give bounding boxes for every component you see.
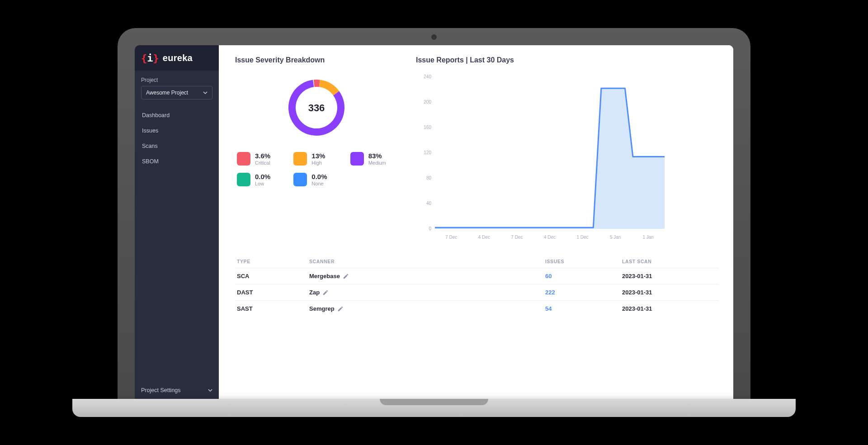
legend-item-high: 13%High — [293, 152, 341, 166]
svg-text:160: 160 — [424, 125, 431, 130]
svg-text:5 Jan: 5 Jan — [610, 235, 621, 240]
table-row: SCAMergebase602023-01-31 — [235, 268, 719, 284]
legend-name: None — [311, 181, 327, 186]
main-content: Issue Severity Breakdown 336 3.6%Critica… — [219, 45, 733, 399]
svg-text:0: 0 — [429, 226, 431, 231]
laptop-frame: {i} eureka Project Awesome Project Dashb… — [72, 28, 796, 417]
legend-item-low: 0.0%Low — [237, 173, 284, 186]
legend-swatch — [293, 152, 307, 166]
table-row: DASTZap2222023-01-31 — [235, 284, 719, 300]
svg-text:240: 240 — [424, 74, 431, 79]
logo-icon: {i} — [141, 52, 159, 64]
legend-swatch — [350, 152, 364, 166]
svg-text:200: 200 — [424, 99, 431, 104]
cell-lastscan: 2023-01-31 — [622, 273, 717, 279]
legend-pct: 3.6% — [255, 152, 270, 160]
svg-text:7 Dec: 7 Dec — [511, 235, 523, 240]
legend-swatch — [293, 173, 307, 186]
project-select[interactable]: Awesome Project — [141, 86, 212, 99]
cell-scanner: Mergebase — [309, 273, 545, 279]
table-header: TYPE SCANNER ISSUES LAST SCAN — [235, 259, 719, 268]
svg-text:120: 120 — [424, 150, 431, 155]
cell-issues[interactable]: 222 — [545, 289, 622, 296]
cell-lastscan: 2023-01-31 — [622, 289, 717, 296]
legend-item-medium: 83%Medium — [350, 152, 398, 166]
sidebar-nav: Dashboard Issues Scans SBOM — [135, 108, 219, 169]
svg-text:1 Jan: 1 Jan — [642, 235, 653, 240]
legend-name: High — [311, 160, 325, 166]
legend-name: Low — [255, 181, 270, 186]
svg-text:40: 40 — [426, 201, 432, 206]
col-issues: ISSUES — [545, 259, 622, 264]
cell-issues[interactable]: 60 — [545, 273, 622, 279]
logo: {i} eureka — [135, 45, 219, 71]
reports-title: Issue Reports | Last 30 Days — [416, 56, 719, 64]
sidebar-item-dashboard[interactable]: Dashboard — [135, 108, 219, 123]
sidebar: {i} eureka Project Awesome Project Dashb… — [135, 45, 219, 399]
svg-text:1 Dec: 1 Dec — [577, 235, 589, 240]
svg-text:4 Dec: 4 Dec — [478, 235, 490, 240]
cell-type: DAST — [237, 289, 309, 296]
cell-issues[interactable]: 54 — [545, 305, 622, 312]
svg-text:4 Dec: 4 Dec — [544, 235, 556, 240]
col-lastscan: LAST SCAN — [622, 259, 717, 264]
legend-pct: 0.0% — [255, 173, 270, 180]
legend-item-none: 0.0%None — [293, 173, 341, 186]
scanner-table: TYPE SCANNER ISSUES LAST SCAN SCAMergeba… — [235, 259, 719, 317]
cell-type: SAST — [237, 305, 309, 312]
legend-swatch — [237, 152, 250, 166]
sidebar-item-project-settings[interactable]: Project Settings — [135, 382, 219, 399]
donut-slice-high — [319, 80, 339, 95]
issue-reports-chart: 040801201602002407 Dec4 Dec7 Dec4 Dec1 D… — [416, 72, 669, 244]
col-type: TYPE — [237, 259, 309, 264]
severity-donut-chart: 336 — [281, 72, 352, 143]
chart-area — [435, 88, 665, 229]
cell-scanner: Semgrep — [309, 305, 545, 312]
legend-name: Medium — [368, 160, 386, 166]
laptop-base — [72, 399, 796, 417]
chevron-down-icon — [208, 388, 212, 393]
chevron-down-icon — [203, 90, 208, 95]
sidebar-item-issues[interactable]: Issues — [135, 123, 219, 138]
app-root: {i} eureka Project Awesome Project Dashb… — [135, 45, 733, 399]
sidebar-item-sbom[interactable]: SBOM — [135, 154, 219, 169]
svg-text:80: 80 — [426, 175, 432, 180]
logo-text: eureka — [163, 53, 193, 63]
legend-item-critical: 3.6%Critical — [237, 152, 284, 166]
reports-panel: Issue Reports | Last 30 Days 04080120160… — [416, 56, 719, 246]
edit-icon[interactable] — [343, 273, 349, 279]
edit-icon[interactable] — [337, 306, 344, 312]
legend-name: Critical — [255, 160, 270, 166]
project-selected-value: Awesome Project — [146, 90, 188, 96]
severity-panel: Issue Severity Breakdown 336 3.6%Critica… — [235, 56, 398, 246]
severity-total: 336 — [308, 102, 325, 114]
legend-swatch — [237, 173, 250, 186]
project-settings-label: Project Settings — [141, 387, 181, 393]
edit-icon[interactable] — [322, 289, 329, 296]
legend-pct: 83% — [368, 152, 386, 160]
legend-pct: 13% — [311, 152, 325, 160]
table-row: SASTSemgrep542023-01-31 — [235, 300, 719, 317]
col-scanner: SCANNER — [309, 259, 545, 264]
legend-pct: 0.0% — [311, 173, 327, 180]
sidebar-item-scans[interactable]: Scans — [135, 138, 219, 154]
severity-legend: 3.6%Critical13%High83%Medium0.0%Low0.0%N… — [235, 152, 398, 186]
donut-slice-critical — [314, 80, 320, 87]
laptop-screen: {i} eureka Project Awesome Project Dashb… — [118, 28, 750, 399]
svg-text:7 Dec: 7 Dec — [445, 235, 457, 240]
severity-title: Issue Severity Breakdown — [235, 56, 398, 64]
project-label: Project — [141, 77, 212, 83]
cell-lastscan: 2023-01-31 — [622, 305, 717, 312]
cell-scanner: Zap — [309, 289, 545, 296]
cell-type: SCA — [237, 273, 309, 279]
